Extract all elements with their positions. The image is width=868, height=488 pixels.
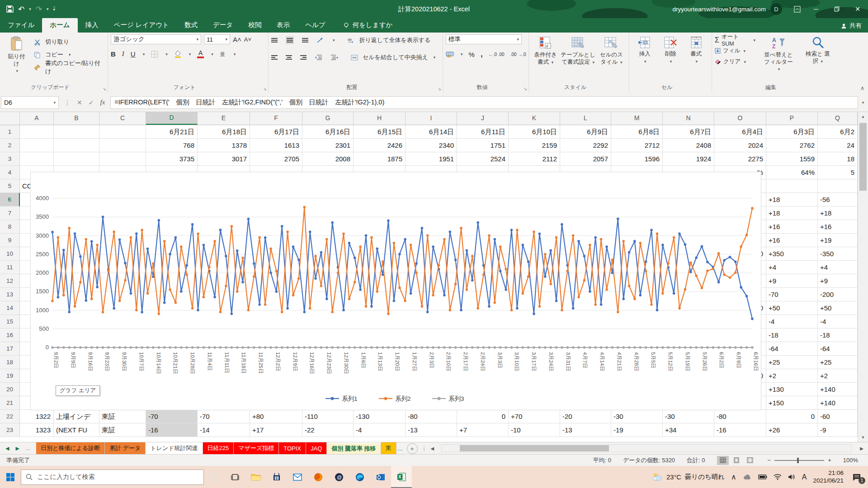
grid-cell[interactable]: 2524 bbox=[457, 152, 509, 166]
font-dialog-launcher-icon[interactable]: ↘ bbox=[263, 86, 267, 91]
row-header-4[interactable]: 4 bbox=[0, 166, 20, 179]
column-header-L[interactable]: L bbox=[560, 112, 611, 125]
row-header-16[interactable]: 16 bbox=[0, 328, 20, 342]
grid-cell[interactable]: +19 bbox=[818, 234, 858, 247]
grid-cell[interactable]: +350 bbox=[766, 247, 818, 261]
row-header-21[interactable]: 21 bbox=[0, 396, 20, 410]
sort-filter-button[interactable]: AZ 並べ替えと フィルター ▾ bbox=[760, 34, 797, 75]
mail-app-icon[interactable] bbox=[287, 466, 308, 488]
tab-formulas[interactable]: 数式 bbox=[177, 18, 205, 33]
sheet-tab[interactable]: 個別 騰落率 推移 bbox=[327, 442, 381, 454]
grid-cell[interactable]: 2762 bbox=[766, 139, 818, 152]
row-header-15[interactable]: 15 bbox=[0, 315, 20, 328]
grid-cell[interactable]: 3017 bbox=[198, 152, 250, 166]
vertical-scrollbar[interactable]: ▲ ▼ bbox=[858, 112, 868, 442]
clear-button[interactable]: クリア▾ bbox=[715, 57, 755, 66]
grid-cell[interactable]: +18 bbox=[766, 206, 818, 220]
grid-cell[interactable]: -14 bbox=[198, 423, 250, 437]
row-header-18[interactable]: 18 bbox=[0, 356, 20, 369]
row-header-12[interactable]: 12 bbox=[0, 274, 20, 288]
increase-indent-button[interactable] bbox=[330, 54, 338, 61]
grid-cell[interactable]: 2112 bbox=[509, 152, 560, 166]
row-header-11[interactable]: 11 bbox=[0, 261, 20, 274]
grid-cell[interactable] bbox=[99, 125, 146, 139]
grid-cell[interactable]: -64 bbox=[818, 342, 858, 356]
decrease-decimal-button[interactable]: .00 →.0 bbox=[510, 52, 526, 57]
grid-cell[interactable]: +25 bbox=[818, 356, 858, 369]
grid-cell[interactable] bbox=[99, 139, 146, 152]
name-box[interactable]: D6▾ bbox=[1, 96, 59, 109]
grid-cell[interactable]: 6月21日 bbox=[146, 125, 198, 139]
grid-cell[interactable]: 24 bbox=[818, 139, 858, 152]
tab-insert[interactable]: 挿入 bbox=[78, 18, 106, 33]
scroll-up-icon[interactable]: ▲ bbox=[858, 112, 868, 121]
column-header-Q[interactable]: Q bbox=[818, 112, 858, 125]
grid-cell[interactable]: -30 bbox=[663, 410, 714, 423]
grid-cell[interactable]: +17 bbox=[250, 423, 302, 437]
grid-cell[interactable]: 1378 bbox=[198, 139, 250, 152]
page-layout-view-icon[interactable] bbox=[731, 456, 742, 465]
column-header-M[interactable]: M bbox=[611, 112, 663, 125]
sheet-overflow-right[interactable]: … bbox=[397, 445, 403, 452]
grid-cell[interactable]: 0 bbox=[457, 410, 509, 423]
page-break-view-icon[interactable] bbox=[744, 456, 756, 465]
row-header-3[interactable]: 3 bbox=[0, 152, 20, 166]
sheet-tab[interactable]: 東 bbox=[381, 442, 396, 454]
grid-cell[interactable]: 2705 bbox=[250, 152, 302, 166]
grid-cell[interactable]: 6月9日 bbox=[560, 125, 611, 139]
taskbar-search-box[interactable]: ここに入力して検索 bbox=[21, 469, 204, 485]
grid-cell[interactable]: 0 bbox=[766, 410, 818, 423]
tab-home[interactable]: ホーム bbox=[42, 18, 77, 33]
grid-cell[interactable]: 1951 bbox=[406, 152, 457, 166]
grid-cell[interactable]: 18 bbox=[818, 152, 858, 166]
font-color-button[interactable]: A bbox=[197, 50, 204, 58]
format-as-table-button[interactable]: テーブルとして書式設定 ▾ bbox=[559, 34, 596, 67]
merge-center-button[interactable]: セルを結合して中央揃え▾ bbox=[351, 52, 435, 63]
conditional-formatting-button[interactable]: ≠ 条件付き書式 ▾ bbox=[532, 34, 559, 67]
grid-cell[interactable]: 6月11日 bbox=[457, 125, 509, 139]
at-mail-icon[interactable]: @ bbox=[329, 466, 349, 488]
start-button[interactable] bbox=[0, 466, 21, 488]
grid-cell[interactable]: 6月18日 bbox=[198, 125, 250, 139]
cancel-formula-icon[interactable]: ✕ bbox=[77, 99, 82, 106]
weather-widget[interactable]: 23°C 曇りのち晴れ bbox=[652, 473, 725, 482]
column-header-D[interactable]: D bbox=[146, 112, 198, 125]
column-header-C[interactable]: C bbox=[99, 112, 146, 125]
percent-style-button[interactable]: % bbox=[469, 51, 475, 58]
column-header-E[interactable]: E bbox=[198, 112, 250, 125]
grid-cell[interactable]: -4 bbox=[766, 315, 818, 328]
minimize-button[interactable]: ─ bbox=[806, 0, 826, 18]
grid-cell[interactable]: +7 bbox=[457, 423, 509, 437]
grid-cell[interactable]: 6月16日 bbox=[302, 125, 354, 139]
grid-cell[interactable]: +16 bbox=[766, 234, 818, 247]
grid-cell[interactable]: 1323 bbox=[20, 423, 54, 437]
tab-data[interactable]: データ bbox=[205, 18, 241, 33]
zoom-level[interactable]: 100% bbox=[843, 457, 858, 464]
column-header-P[interactable]: P bbox=[766, 112, 818, 125]
grid-cell[interactable]: +140 bbox=[818, 383, 858, 396]
close-button[interactable]: ✕ bbox=[847, 0, 868, 18]
grid-cell[interactable]: -13 bbox=[560, 423, 611, 437]
grid-cell[interactable]: +4 bbox=[766, 261, 818, 274]
grid-cell[interactable]: -13 bbox=[406, 423, 457, 437]
battery-icon[interactable] bbox=[758, 474, 767, 479]
grid-cell[interactable]: +34 bbox=[663, 423, 714, 437]
grid-cell[interactable]: +18 bbox=[818, 206, 858, 220]
grid-cell[interactable] bbox=[818, 179, 858, 193]
microsoft-store-icon[interactable] bbox=[266, 466, 287, 488]
grid-cell[interactable]: -4 bbox=[818, 315, 858, 328]
row-header-22[interactable]: 22 bbox=[0, 410, 20, 423]
grid-cell[interactable]: -18 bbox=[818, 328, 858, 342]
clipboard-dialog-launcher-icon[interactable]: ↘ bbox=[103, 86, 106, 91]
select-all-corner[interactable] bbox=[0, 112, 20, 125]
grid-cell[interactable]: +140 bbox=[818, 396, 858, 410]
grid-cell[interactable]: -10 bbox=[509, 423, 560, 437]
grid-cell[interactable]: -56 bbox=[818, 193, 858, 206]
grid-cell[interactable]: +150 bbox=[766, 396, 818, 410]
grid-cell[interactable]: 2426 bbox=[354, 139, 406, 152]
alignment-dialog-launcher-icon[interactable]: ↘ bbox=[438, 86, 441, 91]
collapse-ribbon-icon[interactable]: ∧ bbox=[860, 85, 864, 91]
grid-cell[interactable]: +80 bbox=[250, 410, 302, 423]
grid-cell[interactable]: 2340 bbox=[406, 139, 457, 152]
grid-cell[interactable]: -30 bbox=[611, 410, 663, 423]
